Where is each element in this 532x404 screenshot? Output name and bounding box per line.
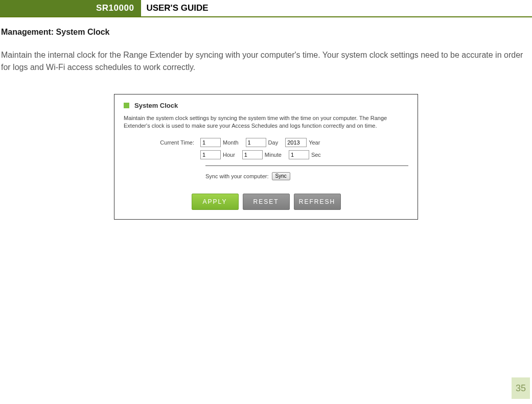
page-body: Management: System Clock Maintain the in…	[0, 17, 532, 220]
current-time-label: Current Time:	[124, 139, 200, 146]
header-accent	[0, 0, 9, 16]
month-label: Month	[223, 139, 239, 146]
date-fields: Month Day Year	[200, 138, 325, 147]
document-title: USER'S GUIDE	[141, 0, 208, 16]
day-input[interactable]	[246, 138, 266, 147]
year-label: Year	[309, 139, 320, 146]
sec-input[interactable]	[289, 150, 309, 159]
sync-label: Sync with your computer:	[205, 173, 269, 179]
time-row: Hour Minute Sec	[124, 150, 408, 159]
reset-button[interactable]: RESET	[243, 194, 290, 210]
time-fields: Hour Minute Sec	[200, 150, 326, 159]
sync-row: Sync with your computer: Sync	[205, 172, 408, 180]
sync-button[interactable]: Sync	[272, 172, 290, 180]
page-number: 35	[512, 377, 530, 399]
clock-form: Current Time: Month Day Year Hour Minute	[124, 138, 408, 210]
section-title: Management: System Clock	[1, 28, 532, 37]
refresh-button[interactable]: REFRESH	[294, 194, 341, 210]
hour-label: Hour	[223, 152, 235, 158]
document-header: SR10000 USER'S GUIDE	[0, 0, 532, 17]
minute-input[interactable]	[242, 150, 263, 159]
panel-description: Maintain the system clock settings by sy…	[124, 114, 408, 130]
date-row: Current Time: Month Day Year	[124, 138, 408, 147]
form-divider	[205, 165, 408, 166]
apply-button[interactable]: APPLY	[192, 194, 239, 210]
month-input[interactable]	[200, 138, 221, 147]
minute-label: Minute	[265, 152, 282, 158]
panel-title-icon	[124, 103, 129, 108]
panel-title: System Clock	[134, 102, 178, 109]
day-label: Day	[268, 139, 279, 146]
hour-input[interactable]	[200, 150, 221, 159]
system-clock-panel: System Clock Maintain the system clock s…	[114, 94, 418, 220]
panel-header: System Clock	[124, 102, 408, 109]
sec-label: Sec	[311, 152, 321, 158]
action-buttons: APPLY RESET REFRESH	[124, 194, 408, 210]
intro-text: Maintain the internal clock for the Rang…	[1, 49, 528, 74]
product-name: SR10000	[9, 0, 141, 16]
year-input[interactable]	[285, 138, 307, 147]
